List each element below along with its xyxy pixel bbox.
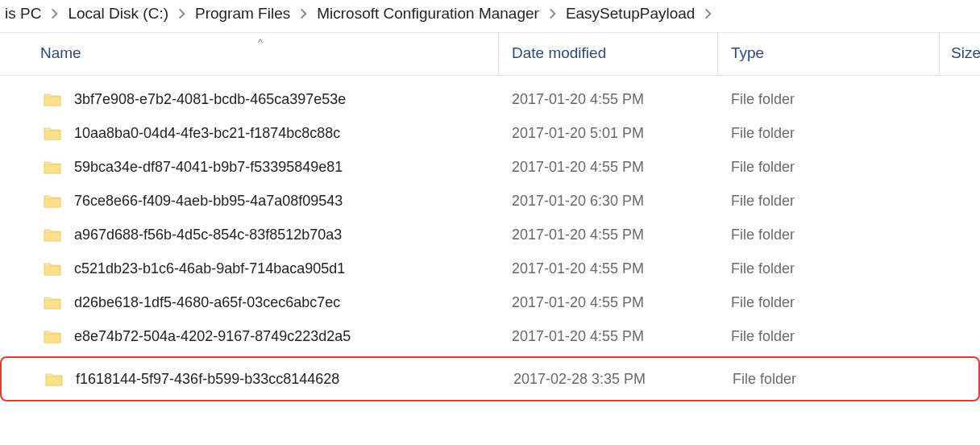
- column-header-row: Name ^ Date modified Type Size: [0, 32, 980, 76]
- file-name: f1618144-5f97-436f-b599-b33cc8144628: [76, 371, 339, 388]
- breadcrumb-item[interactable]: Local Disk (C:): [63, 3, 173, 24]
- folder-icon: [44, 295, 61, 310]
- breadcrumb-item[interactable]: EasySetupPayload: [561, 3, 700, 24]
- breadcrumb-item[interactable]: Program Files: [190, 3, 295, 24]
- folder-icon: [44, 261, 61, 276]
- file-row[interactable]: 10aa8ba0-04d4-4fe3-bc21-f1874bc8c88c2017…: [0, 116, 980, 150]
- file-type: File folder: [731, 125, 795, 142]
- file-name: e8e74b72-504a-4202-9167-8749c223d2a5: [74, 328, 351, 345]
- column-header-date[interactable]: Date modified: [512, 44, 606, 62]
- folder-icon: [44, 160, 61, 174]
- file-name: a967d688-f56b-4d5c-854c-83f8512b70a3: [74, 227, 342, 243]
- file-date: 2017-01-20 5:01 PM: [512, 125, 644, 142]
- file-type: File folder: [731, 91, 795, 108]
- file-date: 2017-01-20 4:55 PM: [512, 227, 644, 243]
- file-type: File folder: [731, 227, 795, 243]
- breadcrumb-item[interactable]: is PC: [0, 3, 46, 24]
- file-row[interactable]: 59bca34e-df87-4041-b9b7-f53395849e812017…: [0, 150, 980, 184]
- file-date: 2017-01-20 4:55 PM: [512, 328, 644, 345]
- file-name: 76ce8e66-f409-4aeb-bb95-4a7a08f09543: [74, 193, 343, 210]
- file-row[interactable]: f1618144-5f97-436f-b599-b33cc81446282017…: [0, 356, 980, 401]
- sort-indicator-icon: ^: [258, 36, 263, 48]
- folder-icon: [44, 126, 61, 140]
- file-name: 3bf7e908-e7b2-4081-bcdb-465ca397e53e: [74, 91, 346, 108]
- file-date: 2017-01-20 4:55 PM: [512, 159, 644, 176]
- file-row[interactable]: 76ce8e66-f409-4aeb-bb95-4a7a08f095432017…: [0, 184, 980, 218]
- column-header-size[interactable]: Size: [951, 44, 980, 62]
- file-type: File folder: [731, 260, 795, 277]
- column-separator[interactable]: [498, 33, 499, 75]
- chevron-right-icon[interactable]: [700, 8, 716, 19]
- folder-icon: [44, 227, 61, 242]
- file-name: d26be618-1df5-4680-a65f-03cec6abc7ec: [74, 294, 340, 311]
- file-date: 2017-02-28 3:35 PM: [513, 371, 646, 388]
- chevron-right-icon[interactable]: [544, 8, 561, 19]
- file-date: 2017-01-20 4:55 PM: [512, 91, 644, 108]
- column-header-type[interactable]: Type: [731, 44, 764, 62]
- file-name: 59bca34e-df87-4041-b9b7-f53395849e81: [74, 159, 343, 176]
- breadcrumb[interactable]: is PCLocal Disk (C:)Program FilesMicroso…: [0, 0, 980, 32]
- file-name: 10aa8ba0-04d4-4fe3-bc21-f1874bc8c88c: [74, 125, 340, 142]
- breadcrumb-item[interactable]: Microsoft Configuration Manager: [312, 3, 544, 24]
- file-date: 2017-01-20 4:55 PM: [512, 294, 644, 311]
- column-separator[interactable]: [717, 33, 718, 75]
- chevron-right-icon[interactable]: [173, 8, 190, 19]
- file-list: 3bf7e908-e7b2-4081-bcdb-465ca397e53e2017…: [0, 76, 980, 401]
- file-row[interactable]: e8e74b72-504a-4202-9167-8749c223d2a52017…: [0, 319, 980, 353]
- folder-icon: [44, 92, 61, 106]
- file-row[interactable]: d26be618-1df5-4680-a65f-03cec6abc7ec2017…: [0, 285, 980, 319]
- file-row[interactable]: 3bf7e908-e7b2-4081-bcdb-465ca397e53e2017…: [0, 82, 980, 116]
- column-header-name[interactable]: Name: [40, 44, 81, 62]
- file-row[interactable]: c521db23-b1c6-46ab-9abf-714baca905d12017…: [0, 252, 980, 285]
- file-date: 2017-01-20 4:55 PM: [512, 260, 644, 277]
- file-date: 2017-01-20 6:30 PM: [512, 193, 644, 210]
- file-type: File folder: [731, 193, 795, 210]
- file-type: File folder: [731, 159, 795, 176]
- chevron-right-icon[interactable]: [295, 8, 312, 19]
- file-name: c521db23-b1c6-46ab-9abf-714baca905d1: [74, 260, 345, 277]
- chevron-right-icon[interactable]: [46, 8, 63, 19]
- file-type: File folder: [731, 328, 795, 345]
- file-type: File folder: [733, 371, 796, 388]
- folder-icon: [44, 193, 61, 208]
- file-row[interactable]: a967d688-f56b-4d5c-854c-83f8512b70a32017…: [0, 218, 980, 252]
- column-separator[interactable]: [939, 33, 940, 75]
- file-type: File folder: [731, 294, 795, 311]
- folder-icon: [44, 329, 61, 343]
- folder-icon: [45, 372, 63, 386]
